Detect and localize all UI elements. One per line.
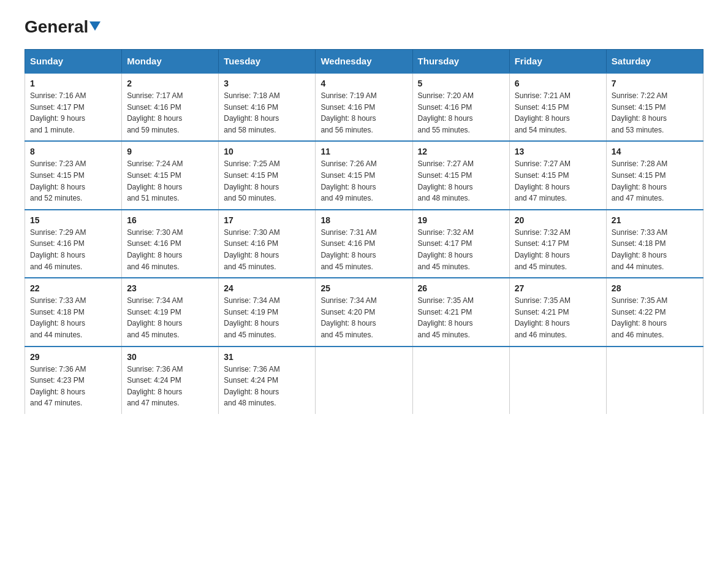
sunset-text: Sunset: 4:19 PM xyxy=(224,307,310,318)
day-info-wrap: Sunrise: 7:26 AMSunset: 4:15 PMDaylight:… xyxy=(320,158,407,204)
day-number: 22 xyxy=(30,283,116,293)
sunset-text: Sunset: 4:17 PM xyxy=(418,238,504,250)
calendar-cell: 1Sunrise: 7:16 AMSunset: 4:17 PMDaylight… xyxy=(25,73,122,141)
day-number: 14 xyxy=(612,147,698,156)
header: General xyxy=(25,18,703,37)
daylight-text-line2: and 55 minutes. xyxy=(418,124,504,136)
daylight-text-line2: and 52 minutes. xyxy=(30,193,116,204)
day-info-wrap: Sunrise: 7:30 AMSunset: 4:16 PMDaylight:… xyxy=(127,227,213,272)
day-info-wrap: Sunrise: 7:31 AMSunset: 4:16 PMDaylight:… xyxy=(320,227,407,272)
day-number: 3 xyxy=(224,79,310,88)
daylight-text-line1: Daylight: 8 hours xyxy=(224,113,310,124)
sunset-text: Sunset: 4:16 PM xyxy=(127,102,213,113)
daylight-text-line2: and 45 minutes. xyxy=(418,261,504,273)
sunset-text: Sunset: 4:18 PM xyxy=(612,238,698,250)
daylight-text-line2: and 45 minutes. xyxy=(224,329,310,341)
day-info-wrap: Sunrise: 7:34 AMSunset: 4:19 PMDaylight:… xyxy=(224,295,310,340)
calendar-cell: 22Sunrise: 7:33 AMSunset: 4:18 PMDayligh… xyxy=(25,278,122,346)
daylight-text-line2: and 45 minutes. xyxy=(320,329,407,341)
day-number: 7 xyxy=(612,79,698,88)
daylight-text-line2: and 45 minutes. xyxy=(418,329,504,341)
sunrise-text: Sunrise: 7:36 AM xyxy=(127,364,213,375)
calendar-cell: 13Sunrise: 7:27 AMSunset: 4:15 PMDayligh… xyxy=(509,141,606,209)
day-number: 2 xyxy=(127,79,213,88)
sunrise-text: Sunrise: 7:24 AM xyxy=(127,158,213,170)
logo-general-text: General xyxy=(25,18,100,36)
calendar-cell: 7Sunrise: 7:22 AMSunset: 4:15 PMDaylight… xyxy=(606,73,703,141)
daylight-text-line2: and 48 minutes. xyxy=(418,193,504,204)
calendar-cell: 20Sunrise: 7:32 AMSunset: 4:17 PMDayligh… xyxy=(509,210,606,278)
day-number: 13 xyxy=(515,147,601,156)
daylight-text-line1: Daylight: 8 hours xyxy=(30,318,116,329)
day-info-wrap: Sunrise: 7:34 AMSunset: 4:20 PMDaylight:… xyxy=(320,295,407,340)
daylight-text-line2: and 51 minutes. xyxy=(127,193,213,204)
daylight-text-line1: Daylight: 8 hours xyxy=(612,250,698,261)
daylight-text-line1: Daylight: 8 hours xyxy=(30,182,116,193)
calendar-cell xyxy=(509,347,606,414)
calendar-cell: 19Sunrise: 7:32 AMSunset: 4:17 PMDayligh… xyxy=(412,210,509,278)
calendar-cell: 31Sunrise: 7:36 AMSunset: 4:24 PMDayligh… xyxy=(219,347,316,414)
day-info-wrap: Sunrise: 7:35 AMSunset: 4:21 PMDaylight:… xyxy=(515,295,601,340)
day-info-wrap: Sunrise: 7:29 AMSunset: 4:16 PMDaylight:… xyxy=(30,227,116,272)
calendar-cell: 6Sunrise: 7:21 AMSunset: 4:15 PMDaylight… xyxy=(509,73,606,141)
sunset-text: Sunset: 4:15 PM xyxy=(224,170,310,182)
day-info-wrap: Sunrise: 7:28 AMSunset: 4:15 PMDaylight:… xyxy=(612,158,698,204)
daylight-text-line2: and 46 minutes. xyxy=(515,329,601,341)
day-number: 21 xyxy=(612,215,698,225)
week-row-1: 1Sunrise: 7:16 AMSunset: 4:17 PMDaylight… xyxy=(25,73,703,141)
sunset-text: Sunset: 4:16 PM xyxy=(320,102,407,113)
weekday-header-tuesday: Tuesday xyxy=(219,50,316,74)
day-number: 30 xyxy=(127,352,213,362)
sunrise-text: Sunrise: 7:30 AM xyxy=(224,227,310,239)
sunset-text: Sunset: 4:24 PM xyxy=(127,375,213,386)
sunset-text: Sunset: 4:15 PM xyxy=(320,170,407,182)
daylight-text-line1: Daylight: 8 hours xyxy=(320,318,407,329)
day-info-wrap: Sunrise: 7:25 AMSunset: 4:15 PMDaylight:… xyxy=(224,158,310,204)
daylight-text-line1: Daylight: 8 hours xyxy=(612,113,698,124)
daylight-text-line2: and 46 minutes. xyxy=(612,329,698,341)
daylight-text-line1: Daylight: 8 hours xyxy=(418,250,504,261)
daylight-text-line2: and 48 minutes. xyxy=(224,397,310,409)
week-row-5: 29Sunrise: 7:36 AMSunset: 4:23 PMDayligh… xyxy=(25,347,703,414)
calendar-cell: 24Sunrise: 7:34 AMSunset: 4:19 PMDayligh… xyxy=(219,278,316,346)
week-row-4: 22Sunrise: 7:33 AMSunset: 4:18 PMDayligh… xyxy=(25,278,703,346)
daylight-text-line2: and 44 minutes. xyxy=(612,261,698,273)
calendar-cell xyxy=(606,347,703,414)
daylight-text-line1: Daylight: 8 hours xyxy=(612,182,698,193)
day-info-wrap: Sunrise: 7:20 AMSunset: 4:16 PMDaylight:… xyxy=(418,90,504,136)
calendar-cell: 9Sunrise: 7:24 AMSunset: 4:15 PMDaylight… xyxy=(122,141,219,209)
weekday-header-saturday: Saturday xyxy=(606,50,703,74)
daylight-text-line1: Daylight: 8 hours xyxy=(418,113,504,124)
daylight-text-line2: and 47 minutes. xyxy=(127,397,213,409)
daylight-text-line1: Daylight: 8 hours xyxy=(515,318,601,329)
daylight-text-line1: Daylight: 8 hours xyxy=(127,113,213,124)
day-info-wrap: Sunrise: 7:35 AMSunset: 4:22 PMDaylight:… xyxy=(612,295,698,340)
calendar-cell: 30Sunrise: 7:36 AMSunset: 4:24 PMDayligh… xyxy=(122,347,219,414)
sunrise-text: Sunrise: 7:33 AM xyxy=(30,295,116,307)
calendar-cell xyxy=(412,347,509,414)
sunset-text: Sunset: 4:23 PM xyxy=(30,375,116,386)
day-number: 31 xyxy=(224,352,310,362)
day-number: 27 xyxy=(515,283,601,293)
calendar-cell: 14Sunrise: 7:28 AMSunset: 4:15 PMDayligh… xyxy=(606,141,703,209)
daylight-text-line2: and 45 minutes. xyxy=(320,261,407,273)
day-number: 24 xyxy=(224,283,310,293)
daylight-text-line1: Daylight: 8 hours xyxy=(30,386,116,398)
daylight-text-line1: Daylight: 8 hours xyxy=(515,250,601,261)
sunset-text: Sunset: 4:15 PM xyxy=(418,170,504,182)
calendar-cell: 18Sunrise: 7:31 AMSunset: 4:16 PMDayligh… xyxy=(316,210,412,278)
calendar-cell: 16Sunrise: 7:30 AMSunset: 4:16 PMDayligh… xyxy=(122,210,219,278)
daylight-text-line1: Daylight: 9 hours xyxy=(30,113,116,124)
sunset-text: Sunset: 4:18 PM xyxy=(30,307,116,318)
daylight-text-line1: Daylight: 8 hours xyxy=(515,182,601,193)
day-info-wrap: Sunrise: 7:36 AMSunset: 4:23 PMDaylight:… xyxy=(30,364,116,409)
day-info-wrap: Sunrise: 7:33 AMSunset: 4:18 PMDaylight:… xyxy=(612,227,698,272)
sunrise-text: Sunrise: 7:27 AM xyxy=(515,158,601,170)
weekday-header-monday: Monday xyxy=(122,50,219,74)
sunrise-text: Sunrise: 7:35 AM xyxy=(612,295,698,307)
daylight-text-line1: Daylight: 8 hours xyxy=(320,182,407,193)
sunset-text: Sunset: 4:16 PM xyxy=(320,238,407,250)
calendar-cell: 17Sunrise: 7:30 AMSunset: 4:16 PMDayligh… xyxy=(219,210,316,278)
calendar-cell: 25Sunrise: 7:34 AMSunset: 4:20 PMDayligh… xyxy=(316,278,412,346)
day-number: 1 xyxy=(30,79,116,88)
